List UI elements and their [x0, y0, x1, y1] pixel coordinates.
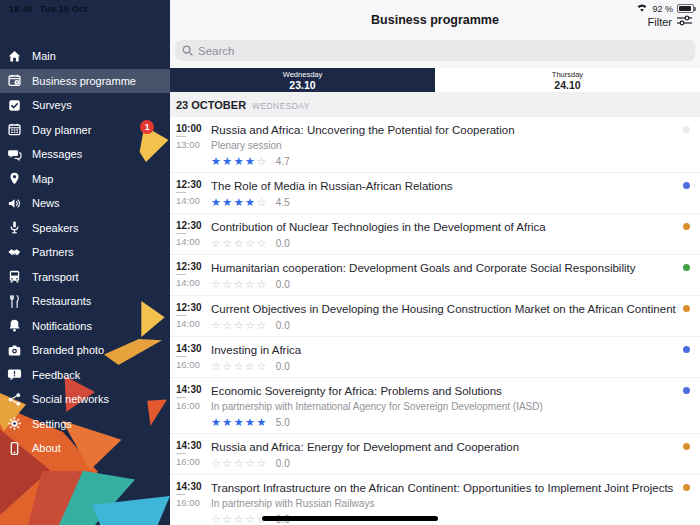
- decor-teal-triangle: [55, 468, 135, 525]
- time-range-dash: [176, 136, 186, 137]
- sidebar-item-restaurants[interactable]: Restaurants: [0, 289, 170, 314]
- sidebar-item-about[interactable]: About: [0, 436, 170, 461]
- sidebar-item-partners[interactable]: Partners: [0, 240, 170, 265]
- session-rating[interactable]: ★★★★ ☆ 4.7: [211, 155, 676, 167]
- session-row[interactable]: 14:30 16:00 Investing in Africa ☆☆☆☆☆ 0.…: [170, 337, 700, 378]
- sidebar-item-surveys[interactable]: Surveys: [0, 93, 170, 118]
- page-title: Business programme: [371, 13, 499, 27]
- rating-stars-empty: ☆☆☆☆☆: [211, 237, 268, 249]
- session-time: 12:30 14:00: [176, 178, 203, 208]
- search-bar[interactable]: [175, 40, 695, 61]
- sidebar-item-business-programme[interactable]: Business programme: [0, 69, 170, 94]
- status-time: 18:40: [9, 4, 33, 14]
- time-range-dash: [176, 356, 186, 357]
- rating-stars-empty: ☆☆☆☆☆: [211, 360, 268, 372]
- session-status-dot: [683, 346, 690, 353]
- session-rating[interactable]: ☆☆☆☆☆ 0.0: [211, 278, 676, 290]
- notification-badge: 1: [140, 120, 154, 134]
- day-planner-icon: [6, 122, 22, 138]
- date-tabs: Wednesday 23.10 Thursday 24.10: [170, 68, 700, 92]
- search-input[interactable]: [198, 45, 688, 57]
- speakers-icon: [6, 220, 22, 236]
- rating-stars-empty: ☆☆☆☆☆: [211, 278, 268, 290]
- sidebar-item-branded-photo[interactable]: Branded photo: [0, 338, 170, 363]
- sidebar-item-label: Main: [32, 50, 56, 62]
- feedback-icon: [6, 367, 22, 383]
- session-time: 10:00 13:00: [176, 122, 203, 167]
- time-range-dash: [176, 274, 186, 275]
- sidebar-item-label: Day planner: [32, 124, 91, 136]
- session-start-time: 12:30: [176, 178, 203, 191]
- rating-value: 0.0: [276, 361, 290, 372]
- sidebar-item-map[interactable]: Map: [0, 167, 170, 192]
- sidebar-item-feedback[interactable]: Feedback: [0, 363, 170, 388]
- session-end-time: 14:00: [176, 277, 203, 288]
- session-row[interactable]: 12:30 14:00 Contribution of Nuclear Tech…: [170, 214, 700, 255]
- filter-label: Filter: [648, 16, 672, 28]
- rating-stars-empty: ☆: [256, 196, 267, 208]
- sidebar-item-label: Branded photo: [32, 344, 104, 356]
- session-title: Russia and Africa: Energy for Developmen…: [211, 439, 676, 454]
- news-icon: [6, 195, 22, 211]
- sidebar-item-label: Partners: [32, 246, 74, 258]
- session-rating[interactable]: ☆☆☆☆☆ 0.0: [211, 237, 676, 249]
- status-bar-left: 18:40Tue 15 Oct: [9, 4, 94, 14]
- rating-value: 0.0: [276, 279, 290, 290]
- sidebar-item-label: Settings: [32, 418, 72, 430]
- tab-wednesday[interactable]: Wednesday 23.10: [170, 68, 435, 92]
- sidebar-item-messages[interactable]: Messages: [0, 142, 170, 167]
- rating-value: 4.7: [276, 156, 290, 167]
- session-row[interactable]: 14:30 16:00 Russia and Africa: Energy fo…: [170, 434, 700, 475]
- partners-icon: [6, 244, 22, 260]
- sidebar-item-label: Messages: [32, 148, 82, 160]
- session-row[interactable]: 12:30 14:00 Humanitarian cooperation: De…: [170, 255, 700, 296]
- app-window: 18:40Tue 15 Oct Main Business programme …: [0, 0, 700, 525]
- settings-icon: [6, 416, 22, 432]
- filter-button[interactable]: Filter: [648, 14, 692, 29]
- session-end-time: 16:00: [176, 456, 203, 467]
- sidebar-item-main[interactable]: Main: [0, 44, 170, 69]
- filter-sliders-icon: [677, 14, 692, 29]
- home-indicator[interactable]: [262, 516, 438, 521]
- session-row[interactable]: 12:30 14:00 The Role of Media in Russian…: [170, 173, 700, 214]
- time-range-dash: [176, 494, 186, 495]
- rating-stars-empty: ☆☆☆☆☆: [211, 513, 268, 525]
- session-rating[interactable]: ☆☆☆☆☆ 0.0: [211, 360, 676, 372]
- session-title: Contribution of Nuclear Technologies in …: [211, 219, 676, 234]
- rating-value: 4.5: [276, 197, 290, 208]
- top-bar: 92 % Business programme Filter: [170, 0, 700, 68]
- sidebar-item-label: Transport: [32, 271, 79, 283]
- sidebar-item-settings[interactable]: Settings: [0, 412, 170, 437]
- session-time: 14:30 16:00: [176, 383, 203, 428]
- section-weekday: WEDNESDAY: [252, 101, 310, 111]
- session-end-time: 13:00: [176, 139, 203, 150]
- session-title: Russia and Africa: Uncovering the Potent…: [211, 122, 676, 137]
- transport-icon: [6, 269, 22, 285]
- session-row[interactable]: 12:30 14:00 Current Objectives in Develo…: [170, 296, 700, 337]
- social-networks-icon: [6, 391, 22, 407]
- session-start-time: 10:00: [176, 122, 203, 135]
- session-rating[interactable]: ★★★★ ☆ 4.5: [211, 196, 676, 208]
- sidebar-item-transport[interactable]: Transport: [0, 265, 170, 290]
- session-rating[interactable]: ☆☆☆☆☆ 0.0: [211, 457, 676, 469]
- rating-stars-filled: ★★★★★: [211, 416, 268, 428]
- session-rating[interactable]: ★★★★★ 5.0: [211, 416, 676, 428]
- sidebar-item-day-planner[interactable]: Day planner 1: [0, 118, 170, 143]
- sidebar-item-social-networks[interactable]: Social networks: [0, 387, 170, 412]
- home-icon: [6, 48, 22, 64]
- section-date: 23 OCTOBER: [176, 99, 246, 111]
- session-time: 12:30 14:00: [176, 260, 203, 290]
- search-icon: [182, 42, 193, 60]
- sidebar-item-notifications[interactable]: Notifications: [0, 314, 170, 339]
- sidebar-item-news[interactable]: News: [0, 191, 170, 216]
- session-row[interactable]: 10:00 13:00 Russia and Africa: Uncoverin…: [170, 117, 700, 173]
- session-time: 12:30 14:00: [176, 219, 203, 249]
- sidebar-item-label: Feedback: [32, 369, 80, 381]
- session-rating[interactable]: ☆☆☆☆☆ 0.0: [211, 319, 676, 331]
- session-title: The Role of Media in Russian-African Rel…: [211, 178, 676, 193]
- tab-thursday[interactable]: Thursday 24.10: [435, 68, 700, 92]
- sidebar-item-speakers[interactable]: Speakers: [0, 216, 170, 241]
- rating-value: 5.0: [276, 417, 290, 428]
- session-row[interactable]: 14:30 16:00 Economic Sovereignty for Afr…: [170, 378, 700, 434]
- sidebar-item-label: Social networks: [32, 393, 109, 405]
